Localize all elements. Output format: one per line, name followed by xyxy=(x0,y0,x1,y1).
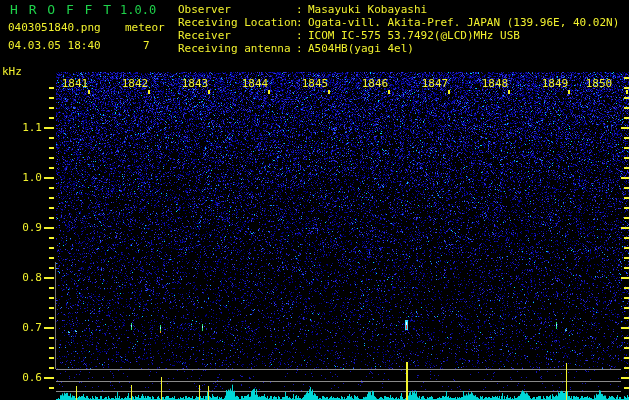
info-value: Ogata-vill. Akita-Pref. JAPAN (139.96E, … xyxy=(308,16,619,29)
time-tick-label: 1848 xyxy=(482,77,509,90)
info-value: ICOM IC-575 53.7492(@LCD)MHz USB xyxy=(308,29,520,42)
station-info: Observer:Masayuki KobayashiReceiving Loc… xyxy=(178,3,619,55)
app-title: H R O F F T xyxy=(10,3,113,16)
time-tick-label: 1843 xyxy=(182,77,209,90)
info-label: Observer xyxy=(178,3,296,16)
info-colon: : xyxy=(296,42,308,55)
info-row-receiving-location: Receiving Location:Ogata-vill. Akita-Pre… xyxy=(178,16,619,29)
time-tick-label: 1841 xyxy=(62,77,89,90)
info-colon: : xyxy=(296,3,308,16)
app-version: 1.0.0 xyxy=(120,4,156,17)
freq-tick-label: 0.6 xyxy=(0,371,42,384)
info-colon: : xyxy=(296,16,308,29)
info-label: Receiving Location xyxy=(178,16,296,29)
datetime-label: 04.03.05 18:40 xyxy=(8,39,101,52)
info-row-receiving-antenna: Receiving antenna:A504HB(yagi 4el) xyxy=(178,42,619,55)
time-tick-label: 1845 xyxy=(302,77,329,90)
time-tick-label: 1847 xyxy=(422,77,449,90)
info-label: Receiving antenna xyxy=(178,42,296,55)
info-value: Masayuki Kobayashi xyxy=(308,3,427,16)
freq-tick-label: 0.9 xyxy=(0,221,42,234)
echo-count: 7 xyxy=(143,39,150,52)
info-label: Receiver xyxy=(178,29,296,42)
time-tick-label: 1844 xyxy=(242,77,269,90)
freq-tick-label: 1.1 xyxy=(0,121,42,134)
hrofft-screen: H R O F F T 1.0.0 0403051840.png meteor … xyxy=(0,0,629,400)
time-tick-label: 1846 xyxy=(362,77,389,90)
freq-tick-label: 0.7 xyxy=(0,321,42,334)
time-tick-label: 1849 xyxy=(542,77,569,90)
info-row-receiver: Receiver:ICOM IC-575 53.7492(@LCD)MHz US… xyxy=(178,29,619,42)
spectrogram-canvas xyxy=(0,0,629,400)
time-tick-label: 1842 xyxy=(122,77,149,90)
freq-tick-label: 1.0 xyxy=(0,171,42,184)
output-filename: 0403051840.png xyxy=(8,21,101,34)
time-tick-label: 1850 xyxy=(586,77,613,90)
mode-label: meteor xyxy=(125,21,165,34)
info-value: A504HB(yagi 4el) xyxy=(308,42,414,55)
info-colon: : xyxy=(296,29,308,42)
khz-axis-unit: kHz xyxy=(2,65,22,78)
info-row-observer: Observer:Masayuki Kobayashi xyxy=(178,3,619,16)
freq-tick-label: 0.8 xyxy=(0,271,42,284)
